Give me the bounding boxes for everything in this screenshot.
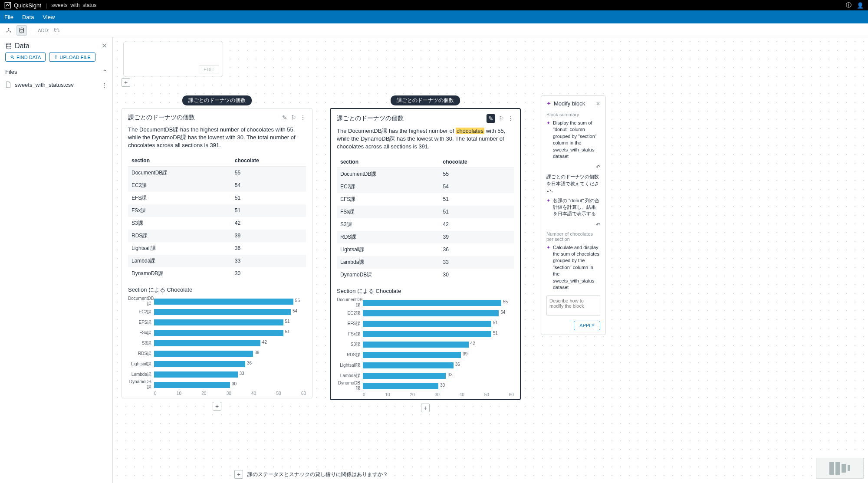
tool-bar: | ADD: [0,23,868,37]
more-options-icon[interactable]: ⋮ [300,114,306,121]
col-section: section [337,156,440,168]
chart-title: Section による Chocolate [337,287,514,295]
add-database-icon [54,27,60,33]
table-row: FSx課51 [337,206,514,218]
block-tag: 課ごとのドーナツの個数 [391,95,460,105]
history-text: 各課の "donut" 列の合計値を計算し、結果を日本語で表示する [553,197,600,217]
analysis-block-2[interactable]: 課ごとのドーナツの個数 ✎ ⚐ ⋮ The DocumentDB課 has th… [330,108,521,400]
upload-file-button[interactable]: ⇧ UPLOAD FILE [49,53,95,62]
summary-pre: The DocumentDB課 has the highest number o… [337,128,456,134]
edit-icon[interactable]: ✎ [487,114,495,123]
canvas[interactable]: EDIT + 課ごとのドーナツの個数 課ごとのドーナツの個数 ✎ ⚐ ⋮ The… [113,37,868,483]
history-text: Display the sum of "donut" column groupe… [553,120,600,160]
menu-file[interactable]: File [4,14,13,20]
sidebar-title: Data [5,42,30,50]
database-icon [5,43,12,49]
footer-hint: 課のステータスとスナックの貸し借りに関係はありますか？ [247,471,388,478]
add-block-button[interactable]: + [122,78,130,87]
history-item: ✦ Calculate and display the sum of choco… [546,244,600,291]
svg-point-1 [8,28,9,29]
history-query: Number of chocolates per section [546,231,600,242]
table-row: EFS課51 [128,192,306,204]
app-logo: QuickSight [4,2,41,9]
file-options-button[interactable]: ⋮ [102,82,107,88]
help-icon[interactable]: ⓘ [846,1,852,9]
add-block-below-button[interactable]: + [421,404,430,412]
history-item: ✦ Display the sum of "donut" column grou… [546,120,600,160]
table-row: EFS課51 [337,193,514,206]
block-tag: 課ごとのドーナツの個数 [182,95,252,105]
empty-block[interactable]: EDIT [123,42,223,76]
col-chocolate: chocolate [440,156,514,168]
table-row: DynamoDB課30 [128,267,306,280]
edit-button[interactable]: EDIT [199,66,219,73]
table-row: DynamoDB課30 [337,269,514,281]
data-view-button[interactable] [16,25,27,36]
undo-button[interactable]: ↶ [596,164,600,170]
table-row: Lambda課33 [128,255,306,267]
summary-text: The DocumentDB課 has the highest number o… [337,127,514,151]
tree-view-button[interactable] [3,25,14,36]
svg-point-6 [7,43,11,45]
minimap[interactable] [816,458,864,479]
bar-chart: DocumentDB課55EC2課54EFS課51FSx課51S3課42RDS課… [337,299,514,394]
edit-icon[interactable]: ✎ [282,114,287,121]
close-sidebar-button[interactable]: ✕ [102,42,107,50]
add-block-below-button[interactable]: + [213,402,221,411]
chart-title: Section による Chocolate [128,286,306,294]
quicksight-icon [4,2,11,9]
data-sidebar: Data ✕ 🔍︎ FIND DATA ⇧ UPLOAD FILE Files … [0,37,113,483]
table-row: DocumentDB課55 [337,168,514,181]
table-row: DocumentDB課55 [128,166,306,179]
block-title: 課ごとのドーナツの個数 [337,115,404,122]
col-chocolate: chocolate [231,155,306,167]
files-section-header[interactable]: Files ⌃ [0,66,112,78]
app-name: QuickSight [14,2,41,9]
user-icon[interactable]: 👤 [857,2,864,9]
find-data-button[interactable]: 🔍︎ FIND DATA [5,53,46,62]
summary-text: The DocumentDB課 has the highest number o… [128,126,306,150]
more-options-icon[interactable]: ⋮ [508,115,514,122]
add-block-button[interactable]: + [234,470,243,479]
summary-highlight: chocolates [456,128,484,134]
upload-file-label: UPLOAD FILE [59,55,91,60]
close-panel-button[interactable]: ✕ [596,101,600,107]
search-icon: 🔍︎ [10,55,15,60]
find-data-label: FIND DATA [16,55,41,60]
apply-button[interactable]: APPLY [574,321,600,330]
doc-name: sweets_with_status [51,2,96,8]
file-name: sweets_with_status.csv [15,82,74,88]
file-row[interactable]: sweets_with_status.csv ⋮ [0,78,112,92]
analysis-block-1[interactable]: 課ごとのドーナツの個数 ✎ ⚐ ⋮ The DocumentDB課 has th… [122,108,312,398]
add-data-button[interactable] [52,25,62,36]
flag-icon[interactable]: ⚐ [291,114,296,121]
menu-data[interactable]: Data [22,14,34,20]
modify-input[interactable] [546,295,600,316]
menu-bar: File Data View [0,10,868,23]
files-label: Files [5,69,17,75]
block-title: 課ごとのドーナツの個数 [128,114,195,122]
data-table: section chocolate DocumentDB課55EC2課54EFS… [337,156,514,281]
bar-chart: DocumentDB課55EC2課54EFS課51FSx課51S3課42RDS課… [128,297,306,393]
data-table: section chocolate DocumentDB課55EC2課54EFS… [128,155,306,280]
table-row: FSx課51 [128,204,306,217]
sidebar-title-text: Data [15,42,30,50]
sparkle-icon: ✦ [546,120,550,160]
table-row: S3課42 [337,218,514,231]
history-text: Calculate and display the sum of chocola… [553,244,600,291]
menu-view[interactable]: View [43,14,55,20]
table-row: RDS課39 [128,230,306,242]
table-row: RDS課39 [337,231,514,243]
table-row: Lightsail課36 [337,243,514,256]
modify-block-panel: ✦ Modify block ✕ Block summary ✦ Display… [541,95,606,335]
history-item: ✦ 各課の "donut" 列の合計値を計算し、結果を日本語で表示する [546,197,600,217]
upload-icon: ⇧ [54,54,58,60]
table-row: EC2課54 [128,179,306,192]
undo-button[interactable]: ↶ [596,222,600,228]
add-label: ADD: [38,28,49,33]
sparkle-icon: ✦ [546,197,550,217]
flag-icon[interactable]: ⚐ [499,115,504,122]
history-query: 課ごとのドーナツの個数を日本語で教えてください。 [546,174,600,194]
tree-icon [6,27,12,33]
table-row: Lambda課33 [337,256,514,269]
